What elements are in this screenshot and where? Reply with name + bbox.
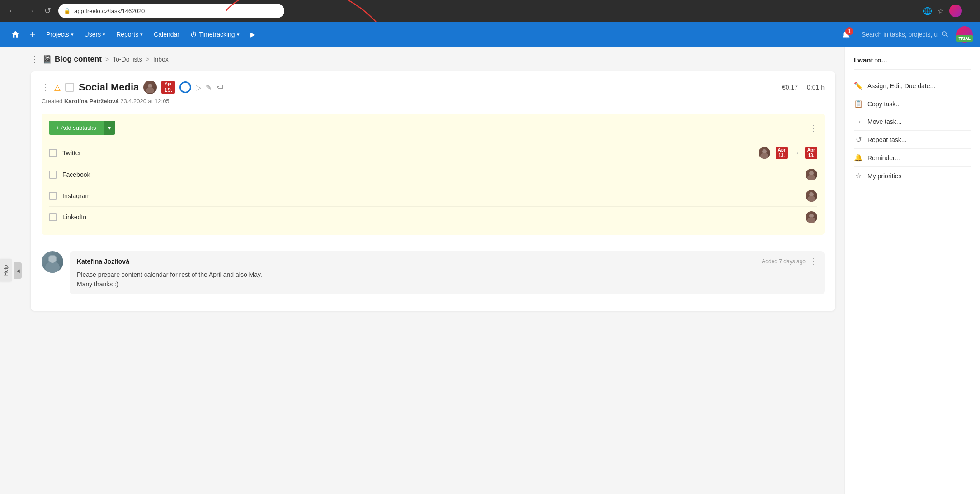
add-subtasks-main-button[interactable]: + Add subtasks <box>49 121 104 135</box>
browser-menu-button[interactable]: ⋮ <box>967 7 975 15</box>
breadcrumb-sep-2: > <box>146 56 149 63</box>
task-menu-dots[interactable]: ⋮ <box>42 82 50 92</box>
breadcrumb-project-name: 📓 Blog content <box>42 55 102 64</box>
reminder-bell-icon: 🔔 <box>854 153 863 162</box>
nav-timetracking[interactable]: ⏱ Timetracking ▾ <box>186 27 244 42</box>
comment-header: Kateřina Jozífová Added 7 days ago ⋮ <box>77 256 817 266</box>
breadcrumb-sep-1: > <box>105 56 109 63</box>
subtask-start-date-twitter[interactable]: Apr 13. <box>776 147 788 159</box>
comment-text: Please prepare content calendar for rest… <box>77 270 817 289</box>
subtask-item-instagram: Instagram <box>49 185 817 207</box>
help-sidebar: Help <box>0 260 12 282</box>
subtask-checkbox-facebook[interactable] <box>49 171 57 179</box>
search-placeholder-text: Search in tasks, projects, u <box>862 31 938 38</box>
breadcrumb-todo-lists[interactable]: To-Do lists <box>113 56 142 63</box>
nav-reports[interactable]: Reports ▾ <box>112 27 147 42</box>
panel-action-reminder[interactable]: 🔔 Reminder... <box>854 149 971 167</box>
comment-menu-dots[interactable]: ⋮ <box>809 256 817 266</box>
back-button[interactable]: ← <box>5 5 19 18</box>
user-avatar-wrapper: TRIAL <box>956 26 973 43</box>
comment-line-1: Please prepare content calendar for rest… <box>77 270 817 280</box>
subtask-item-twitter: Twitter Apr 13. → Apr 13. <box>49 142 817 164</box>
task-cost-value: €0.17 <box>782 84 798 91</box>
page-wrapper: ← → ↺ 🔒 app.freelo.cz/task/1462020 🌐 ☆ ⋮ <box>0 0 980 494</box>
panel-title: I want to... <box>854 56 971 70</box>
task-edit-icon[interactable]: ✎ <box>206 83 212 92</box>
app-header: + Projects ▾ Users ▾ Reports ▾ Calendar … <box>0 22 980 47</box>
svg-point-6 <box>807 175 815 180</box>
task-tag-icon[interactable]: 🏷 <box>216 83 223 91</box>
priorities-action-label: My priorities <box>867 172 901 180</box>
add-subtasks-button[interactable]: + Add subtasks ▾ <box>49 121 115 135</box>
panel-action-priorities[interactable]: ☆ My priorities <box>854 167 971 185</box>
help-tab[interactable]: Help <box>0 260 12 282</box>
right-panel: I want to... ✏️ Assign, Edit, Due date..… <box>844 47 980 494</box>
breadcrumb-menu-dots[interactable]: ⋮ <box>31 54 39 64</box>
collapse-button[interactable]: ◀ <box>14 262 22 279</box>
task-assignee-avatar[interactable] <box>143 81 157 94</box>
refresh-button[interactable]: ↺ <box>42 4 54 18</box>
task-created-info: Created Karolína Petrželová 23.4.2020 at… <box>42 98 825 104</box>
nav-users[interactable]: Users ▾ <box>80 27 110 42</box>
timetracking-chevron-icon: ▾ <box>237 32 240 38</box>
browser-user-avatar <box>949 5 962 17</box>
svg-point-10 <box>807 217 815 223</box>
subtask-avatar-facebook <box>806 169 817 180</box>
users-chevron-icon: ▾ <box>103 32 105 38</box>
svg-point-12 <box>45 261 60 273</box>
panel-action-repeat[interactable]: ↺ Repeat task... <box>854 131 971 149</box>
panel-action-move[interactable]: → Move task... <box>854 113 971 131</box>
svg-point-2 <box>146 87 154 93</box>
subtask-date-arrow: → <box>793 149 800 157</box>
content-area: ⋮ 📓 Blog content > To-Do lists > Inbox ⋮… <box>0 47 844 494</box>
forward-button[interactable]: → <box>24 5 37 18</box>
task-play-icon[interactable]: ▷ <box>196 83 201 92</box>
subtask-checkbox-linkedin[interactable] <box>49 213 57 221</box>
task-progress-circle[interactable] <box>179 81 191 93</box>
task-card: ⋮ △ Social Media Apr 19. ▷ ✎ 🏷 <box>31 71 835 311</box>
comment-author-name: Kateřina Jozífová <box>77 258 129 265</box>
timetracking-clock-icon: ⏱ <box>190 31 197 38</box>
svg-point-8 <box>807 196 815 202</box>
subtask-name-linkedin: LinkedIn <box>62 214 800 221</box>
breadcrumb-inbox[interactable]: Inbox <box>153 56 169 63</box>
notification-button[interactable]: 1 <box>838 26 854 43</box>
panel-action-copy[interactable]: 📋 Copy task... <box>854 95 971 113</box>
task-created-date: 23.4.2020 at 12:05 <box>120 98 169 104</box>
home-button[interactable] <box>7 26 24 43</box>
subtask-item-linkedin: LinkedIn <box>49 207 817 228</box>
comment-timestamp: Added 7 days ago <box>762 258 806 265</box>
search-area[interactable]: Search in tasks, projects, u <box>856 28 955 41</box>
subtasks-menu-dots[interactable]: ⋮ <box>809 123 817 133</box>
add-subtasks-dropdown-button[interactable]: ▾ <box>104 121 115 135</box>
task-checkbox[interactable] <box>65 83 74 92</box>
subtasks-section: + Add subtasks ▾ ⋮ Twitter Apr <box>42 114 825 235</box>
reminder-action-label: Reminder... <box>867 154 900 162</box>
star-icon: ☆ <box>854 171 863 180</box>
repeat-action-label: Repeat task... <box>867 136 906 143</box>
svg-point-4 <box>760 153 768 159</box>
browser-chrome: ← → ↺ 🔒 app.freelo.cz/task/1462020 🌐 ☆ ⋮ <box>0 0 980 22</box>
task-header: ⋮ △ Social Media Apr 19. ▷ ✎ 🏷 <box>42 81 825 94</box>
task-cost-area: €0.17 0:01 h <box>782 84 825 91</box>
add-button[interactable]: + <box>25 27 40 42</box>
subtask-checkbox-twitter[interactable] <box>49 149 57 157</box>
address-bar[interactable]: 🔒 app.freelo.cz/task/1462020 <box>58 4 284 18</box>
svg-point-13 <box>49 256 56 263</box>
task-warning-icon: △ <box>54 82 61 92</box>
nav-calendar[interactable]: Calendar <box>149 27 184 42</box>
bookmark-button[interactable]: ☆ <box>938 7 944 15</box>
nav-projects[interactable]: Projects ▾ <box>42 27 78 42</box>
subtask-end-date-twitter[interactable]: Apr 13. <box>805 147 817 159</box>
subtask-avatar-twitter <box>759 147 770 159</box>
subtasks-header: + Add subtasks ▾ ⋮ <box>49 121 817 135</box>
lock-icon: 🔒 <box>64 8 71 14</box>
subtask-checkbox-instagram[interactable] <box>49 192 57 200</box>
copy-icon: 📋 <box>854 100 863 108</box>
play-button[interactable]: ▶ <box>246 27 260 42</box>
browser-actions: 🌐 ☆ ⋮ <box>923 5 975 17</box>
project-icon: 📓 <box>42 55 52 64</box>
task-due-date-badge[interactable]: Apr 19. <box>161 81 175 94</box>
translate-button[interactable]: 🌐 <box>923 7 932 15</box>
panel-action-assign[interactable]: ✏️ Assign, Edit, Due date... <box>854 77 971 95</box>
